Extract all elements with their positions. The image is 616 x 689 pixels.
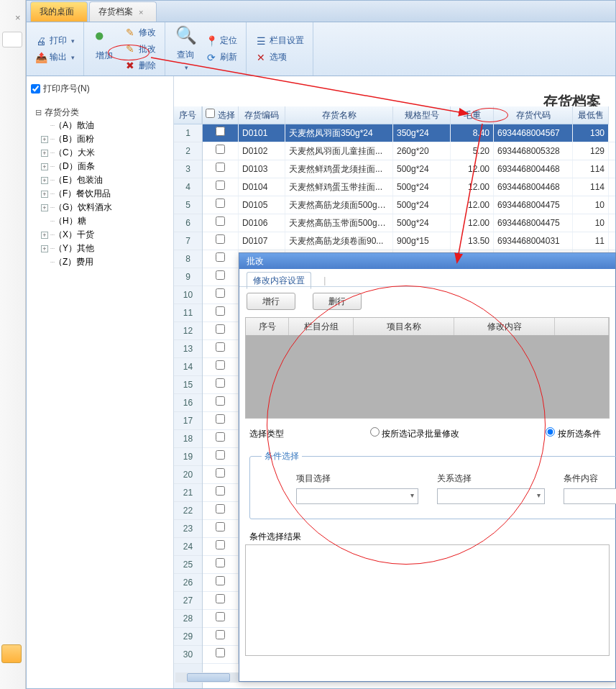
sidebar-close-icon[interactable]: × [15, 12, 21, 23]
col-header-code[interactable]: 存货编码 [239, 106, 285, 124]
column-settings-button[interactable]: ☰ 栏目设置 [251, 32, 308, 49]
row-checkbox[interactable] [216, 342, 225, 352]
row-checkbox[interactable] [216, 252, 225, 262]
expand-icon[interactable]: + [41, 191, 48, 198]
dialog-grid-body[interactable] [246, 335, 609, 418]
row-checkbox[interactable] [216, 360, 225, 370]
refresh-button[interactable]: ⟳ 刷新 [201, 49, 242, 65]
row-checkbox[interactable] [216, 127, 225, 136]
row-index[interactable]: 17 [174, 412, 202, 430]
col-header-select[interactable]: 选择 [203, 106, 239, 124]
row-checkbox[interactable] [216, 486, 225, 496]
row-checkbox[interactable] [216, 648, 225, 657]
row-index[interactable]: 23 [174, 520, 202, 538]
tree-root[interactable]: ⊟ 存货分类 [29, 106, 170, 119]
col-header-seq[interactable]: 序号 [174, 106, 202, 124]
collapse-icon[interactable]: ⊟ [35, 108, 42, 117]
expand-icon[interactable]: + [41, 136, 48, 143]
row-checkbox[interactable] [216, 504, 225, 514]
tree-item[interactable]: ┈（Z）费用 [41, 255, 170, 269]
row-index[interactable]: 27 [174, 592, 202, 610]
row-checkbox[interactable] [216, 468, 225, 478]
tree-item[interactable]: ┈（H）糖 [41, 214, 170, 228]
row-checkbox[interactable] [216, 181, 225, 190]
row-index[interactable]: 11 [174, 304, 202, 322]
row-index[interactable]: 13 [174, 340, 202, 358]
row-checkbox[interactable] [216, 324, 225, 334]
row-index[interactable]: 6 [174, 214, 202, 232]
batch-edit-button[interactable]: ✎ 批改 [120, 41, 160, 58]
row-index[interactable]: 8 [174, 250, 202, 268]
select-all-checkbox[interactable] [206, 109, 215, 118]
expand-icon[interactable]: + [41, 150, 48, 157]
row-checkbox[interactable] [216, 270, 225, 280]
print-seq-checkbox[interactable] [31, 84, 40, 93]
tree-item[interactable]: +┈（D）面条 [41, 160, 170, 173]
tree-item[interactable]: +┈（E）包装油 [41, 173, 170, 187]
dlg-col-content[interactable]: 修改内容 [454, 318, 555, 335]
tree-item[interactable]: +┈（C）大米 [41, 146, 170, 160]
options-button[interactable]: ✕ 选项 [251, 49, 308, 65]
delete-button[interactable]: ✖ 删除 [120, 58, 160, 74]
row-index[interactable]: 22 [174, 502, 202, 520]
output-button[interactable]: 📤 输出 [31, 49, 79, 65]
scrollbar-thumb[interactable] [187, 673, 230, 682]
row-checkbox[interactable] [216, 558, 225, 567]
table-row[interactable]: D0106 天麦然高筋玉带面500g*24 500g*24 12.00 6934… [203, 214, 615, 232]
dialog-tab-content[interactable]: 修改内容设置 [247, 272, 311, 289]
table-row[interactable]: D0102 天麦然凤羽面儿童挂面... 260g*20 5.20 6934468… [203, 142, 615, 160]
row-checkbox[interactable] [216, 396, 225, 406]
row-checkbox[interactable] [216, 216, 225, 226]
row-checkbox[interactable] [216, 145, 225, 154]
row-index[interactable]: 19 [174, 448, 202, 466]
row-checkbox[interactable] [216, 450, 225, 460]
row-checkbox[interactable] [216, 234, 225, 244]
row-checkbox[interactable] [216, 522, 225, 531]
radio-by-selected[interactable]: 按所选记录批量修改 [370, 427, 459, 440]
tree-item[interactable]: +┈（G）饮料酒水 [41, 201, 170, 214]
tab-inventory[interactable]: 存货档案 × [89, 1, 157, 22]
row-index[interactable]: 4 [174, 178, 202, 196]
row-index[interactable]: 5 [174, 196, 202, 214]
row-index[interactable]: 18 [174, 430, 202, 448]
row-index[interactable]: 16 [174, 394, 202, 412]
radio-by-condition[interactable]: 按所选条件 [546, 427, 600, 440]
row-index[interactable]: 29 [174, 628, 202, 646]
dlg-col-item[interactable]: 项目名称 [354, 318, 454, 335]
row-checkbox[interactable] [216, 288, 225, 298]
print-seq-option[interactable]: 打印序号(N) [29, 81, 170, 96]
row-index[interactable]: 3 [174, 160, 202, 178]
table-row[interactable]: D0101 天麦然凤羽面350g*24 350g*24 8.40 6934468… [203, 124, 615, 142]
row-index[interactable]: 7 [174, 232, 202, 250]
condition-result-box[interactable] [245, 544, 610, 656]
tree-item[interactable]: +┈（Y）其他 [41, 242, 170, 255]
table-row[interactable]: D0104 天麦然鲜鸡蛋玉带挂面... 500g*24 12.00 693446… [203, 178, 615, 196]
row-checkbox[interactable] [216, 540, 225, 549]
condition-value-input[interactable] [564, 488, 616, 504]
row-index[interactable]: 1 [174, 124, 202, 142]
row-index[interactable]: 12 [174, 322, 202, 340]
row-checkbox[interactable] [216, 414, 225, 424]
expand-icon[interactable]: + [41, 204, 48, 211]
row-index[interactable]: 10 [174, 286, 202, 304]
query-button[interactable]: 🔍 查询 [170, 25, 201, 73]
row-checkbox[interactable] [216, 163, 225, 172]
dlg-col-group[interactable]: 栏目分组 [289, 318, 354, 335]
expand-icon[interactable]: + [41, 232, 48, 239]
table-row[interactable]: D0107 天麦然高筋龙须卷面90... 900g*15 13.50 69344… [203, 232, 615, 250]
row-index[interactable]: 2 [174, 142, 202, 160]
row-index[interactable]: 20 [174, 466, 202, 484]
table-row[interactable]: D0105 天麦然高筋龙须面500g*24 500g*24 12.00 6934… [203, 196, 615, 214]
add-row-button[interactable]: 增行 [247, 293, 295, 310]
row-index[interactable]: 30 [174, 646, 202, 664]
row-index[interactable]: 15 [174, 376, 202, 394]
col-header-spec[interactable]: 规格型号 [393, 106, 451, 124]
tab-close-icon[interactable]: × [139, 8, 143, 17]
row-index[interactable]: 21 [174, 484, 202, 502]
row-checkbox[interactable] [216, 612, 225, 621]
condition-item-select[interactable] [296, 488, 418, 504]
tree-item[interactable]: +┈（B）面粉 [41, 132, 170, 146]
col-header-name[interactable]: 存货名称 [285, 106, 393, 124]
condition-relation-select[interactable] [437, 488, 545, 504]
row-index[interactable]: 14 [174, 358, 202, 376]
